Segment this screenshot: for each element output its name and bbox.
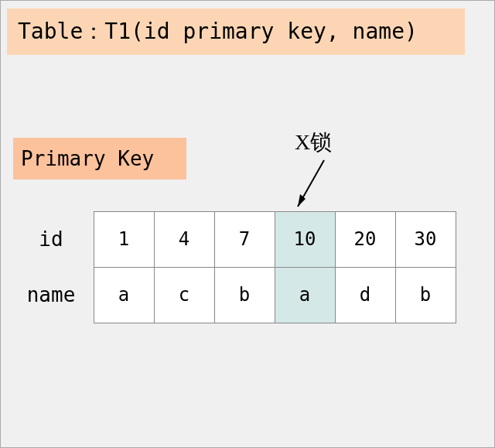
cell-id-3-locked: 10 — [275, 211, 336, 268]
data-table: id name 1 4 7 10 20 30 a c b a d b — [9, 211, 456, 323]
primary-key-label: Primary Key — [13, 138, 186, 180]
cell-id-0: 1 — [94, 211, 155, 268]
row-headers: id name — [9, 211, 94, 323]
cell-name-2: b — [214, 267, 275, 323]
cell-name-0: a — [94, 267, 155, 323]
arrow-icon — [287, 154, 333, 216]
x-lock-label: X锁 — [295, 128, 332, 157]
cell-name-4: d — [335, 267, 396, 323]
table-grid: 1 4 7 10 20 30 a c b a d b — [94, 211, 456, 323]
diagram-canvas: Table：T1(id primary key, name) Primary K… — [0, 0, 495, 448]
cell-name-1: c — [154, 267, 215, 323]
cell-name-3-locked: a — [275, 267, 336, 323]
row-header-id: id — [9, 211, 94, 267]
cell-id-1: 4 — [154, 211, 215, 268]
table-definition-title: Table：T1(id primary key, name) — [7, 9, 465, 55]
cell-name-5: b — [395, 267, 456, 323]
cell-id-4: 20 — [335, 211, 396, 268]
cell-id-2: 7 — [214, 211, 275, 268]
row-header-name: name — [9, 267, 94, 323]
cell-id-5: 30 — [395, 211, 456, 268]
